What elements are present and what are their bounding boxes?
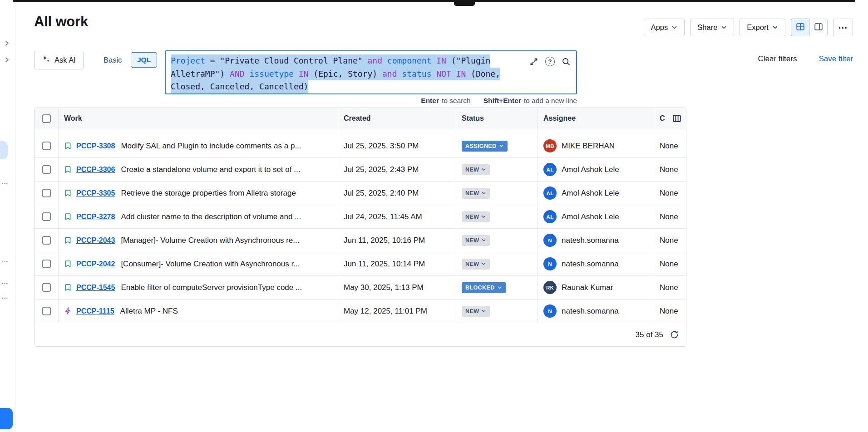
created-cell: Jun 11, 2025, 10:14 PM [338, 252, 456, 275]
search-icon[interactable] [562, 57, 571, 66]
ask-ai-button[interactable]: Ask AI [34, 51, 84, 69]
jql-query-line: Project = "Private Cloud Control Plane" … [171, 54, 490, 68]
status-dropdown[interactable]: NEW [462, 188, 490, 199]
checkbox-cell [35, 205, 59, 228]
jql-token: ("Plugin [451, 56, 491, 65]
status-dropdown[interactable]: BLOCKED [462, 282, 506, 293]
assignee-cell: Nnatesh.somanna [538, 229, 654, 252]
jql-editor-actions: ? [529, 57, 571, 66]
column-header-status-label: Status [462, 114, 484, 123]
jql-query-line: AlletraMP") AND issuetype IN (Epic, Stor… [171, 68, 500, 81]
basic-mode-button[interactable]: Basic [97, 51, 128, 69]
table-view-button[interactable] [791, 19, 809, 36]
status-dropdown[interactable]: NEW [462, 235, 490, 246]
ask-ai-label: Ask AI [54, 56, 76, 64]
enter-hint-text: to search [442, 97, 471, 105]
issue-key-link[interactable]: PCCP-3308 [76, 142, 115, 150]
row-checkbox[interactable] [42, 236, 51, 245]
status-dropdown[interactable]: ASSIGNED [462, 141, 508, 152]
chevron-down-icon [721, 25, 727, 30]
row-checkbox[interactable] [42, 307, 51, 315]
column-header-status[interactable]: Status [456, 108, 538, 129]
sidebar-bottom-button[interactable] [0, 408, 13, 429]
assignee-cell: RKRaunak Kumar [538, 276, 654, 299]
jql-query-text[interactable]: Project = "Private Cloud Control Plane" … [171, 54, 500, 93]
column-header-work[interactable]: Work [59, 108, 338, 129]
select-all-checkbox[interactable] [42, 114, 51, 123]
created-cell: May 12, 2025, 11:01 PM [338, 299, 456, 323]
expand-editor-icon[interactable] [529, 57, 538, 66]
issue-key-link[interactable]: PCCP-3306 [76, 166, 115, 174]
issue-key-link[interactable]: PCCP-1545 [76, 284, 115, 292]
assignee-name: Amol Ashok Lele [562, 165, 619, 174]
status-dropdown[interactable]: NEW [462, 211, 490, 222]
sidebar-active-item[interactable] [0, 141, 8, 159]
clipped-cell [35, 129, 59, 134]
story-icon [64, 212, 72, 221]
issue-key-link[interactable]: PCCP-3278 [76, 213, 115, 221]
status-cell: NEW [456, 252, 538, 275]
issue-summary[interactable]: Retrieve the storage properties from All… [121, 189, 296, 198]
clipped-cell [456, 129, 538, 134]
issue-summary[interactable]: Add cluster name to the description of v… [121, 212, 301, 221]
apps-button[interactable]: Apps [644, 19, 685, 36]
more-actions-button[interactable]: ⋯ [833, 19, 853, 36]
issue-key-link[interactable]: PCCP-2042 [76, 260, 115, 268]
export-button[interactable]: Export [740, 19, 785, 36]
issue-summary[interactable]: Create a standalone volume and export it… [121, 165, 300, 174]
column-settings-button[interactable] [671, 113, 683, 124]
row-checkbox[interactable] [42, 142, 51, 150]
save-filter-button[interactable]: Save filter [819, 54, 853, 64]
column-header-created[interactable]: Created [338, 108, 456, 129]
enter-hint: Enter to search [421, 97, 470, 105]
assignee-cell: ALAmol Ashok Lele [538, 182, 654, 205]
chevron-right-icon[interactable] [4, 57, 10, 63]
jql-token: "Private Cloud Control Plane" [220, 56, 362, 65]
table-row: PCCP-2042[Consumer]- Volume Creation wit… [35, 252, 686, 276]
issue-key-link[interactable]: PCCP-3305 [76, 189, 115, 197]
share-button[interactable]: Share [690, 19, 734, 36]
collapsed-sidebar: … … … … [0, 2, 15, 432]
issue-key-link[interactable]: PCCP-2043 [76, 236, 115, 245]
work-cell: PCCP-3305Retrieve the storage properties… [59, 182, 338, 205]
row-checkbox[interactable] [42, 212, 51, 221]
row-checkbox[interactable] [42, 283, 51, 292]
issue-key-link[interactable]: PCCP-1115 [76, 307, 114, 315]
table-footer: 35 of 35 [35, 323, 686, 346]
row-checkbox[interactable] [42, 189, 51, 197]
issue-summary[interactable]: Enable filter of computeServer provision… [121, 283, 302, 292]
work-cell: PCCP-2043[Manager]- Volume Creation with… [59, 229, 338, 252]
sidebar-view-icon [814, 22, 824, 33]
ellipsis-icon: ⋯ [838, 22, 848, 33]
row-checkbox[interactable] [42, 260, 51, 268]
table-row: PCCP-1115Alletra MP - NFSMay 12, 2025, 1… [35, 299, 686, 323]
work-cell: PCCP-3308Modify SAL and Plugin to includ… [59, 134, 338, 157]
syntax-help-icon[interactable]: ? [545, 57, 555, 66]
issue-summary[interactable]: [Manager]- Volume Creation with Asynchro… [121, 236, 299, 245]
clear-filters-button[interactable]: Clear filters [758, 54, 797, 64]
row-checkbox[interactable] [42, 165, 51, 174]
issue-summary[interactable]: Alletra MP - NFS [120, 307, 178, 316]
window-top-edge [13, 0, 855, 2]
status-cell: NEW [456, 158, 538, 181]
sparkle-icon [42, 55, 50, 65]
checkbox-cell [35, 182, 59, 205]
share-button-label: Share [697, 23, 717, 32]
ellipsis-icon: … [1, 256, 9, 263]
detail-view-button[interactable] [809, 19, 828, 36]
chevron-right-icon[interactable] [4, 40, 10, 46]
jql-mode-button[interactable]: JQL [131, 52, 157, 68]
avatar: AL [543, 163, 557, 176]
created-cell: Jul 24, 2025, 11:45 AM [338, 205, 456, 228]
status-dropdown[interactable]: NEW [462, 164, 490, 175]
issue-summary[interactable]: Modify SAL and Plugin to include comment… [121, 142, 301, 151]
refresh-icon[interactable] [670, 330, 679, 339]
jql-token: IN [431, 56, 451, 65]
status-dropdown[interactable]: NEW [462, 259, 490, 270]
assignee-name: natesh.somanna [562, 236, 619, 245]
column-header-assignee[interactable]: Assignee [538, 108, 654, 129]
jql-editor[interactable]: Project = "Private Cloud Control Plane" … [165, 50, 577, 94]
avatar: RK [543, 281, 557, 294]
status-dropdown[interactable]: NEW [462, 306, 490, 317]
issue-summary[interactable]: [Consumer]- Volume Creation with Asynchr… [121, 260, 300, 269]
